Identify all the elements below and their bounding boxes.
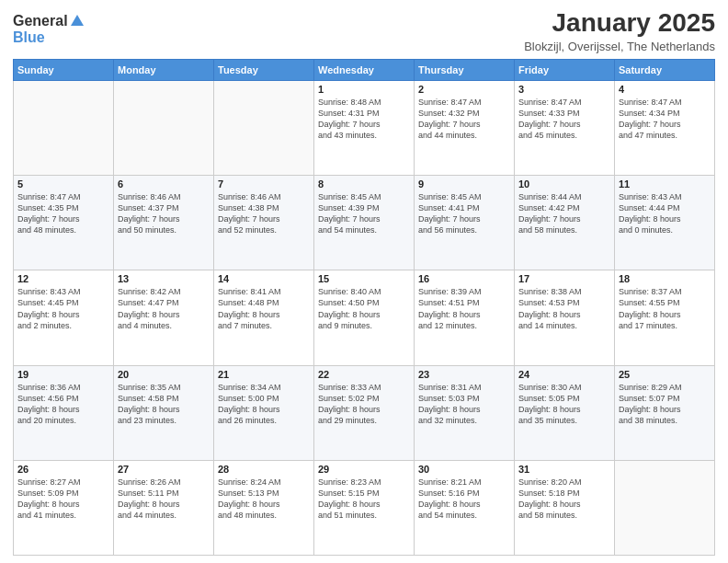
table-row: 14Sunrise: 8:41 AM Sunset: 4:48 PM Dayli… [214, 270, 314, 365]
day-info: Sunrise: 8:27 AM Sunset: 5:09 PM Dayligh… [17, 477, 109, 522]
table-row: 3Sunrise: 8:47 AM Sunset: 4:33 PM Daylig… [515, 80, 615, 175]
table-row [214, 80, 314, 175]
table-row: 15Sunrise: 8:40 AM Sunset: 4:50 PM Dayli… [314, 270, 415, 365]
title-block: January 2025 Blokzijl, Overijssel, The N… [524, 9, 715, 53]
day-info: Sunrise: 8:33 AM Sunset: 5:02 PM Dayligh… [318, 382, 410, 427]
subtitle: Blokzijl, Overijssel, The Netherlands [524, 40, 715, 53]
table-row: 30Sunrise: 8:21 AM Sunset: 5:16 PM Dayli… [415, 460, 515, 555]
logo-blue: Blue [13, 29, 45, 45]
day-info: Sunrise: 8:26 AM Sunset: 5:11 PM Dayligh… [118, 477, 210, 522]
page: General Blue January 2025 Blokzijl, Over… [0, 0, 728, 563]
logo-general: General [13, 14, 68, 29]
day-info: Sunrise: 8:31 AM Sunset: 5:03 PM Dayligh… [418, 382, 510, 427]
table-row: 16Sunrise: 8:39 AM Sunset: 4:51 PM Dayli… [415, 270, 515, 365]
table-row: 21Sunrise: 8:34 AM Sunset: 5:00 PM Dayli… [214, 365, 314, 460]
table-row: 26Sunrise: 8:27 AM Sunset: 5:09 PM Dayli… [14, 460, 114, 555]
svg-marker-0 [71, 15, 84, 26]
calendar-week-row: 1Sunrise: 8:48 AM Sunset: 4:31 PM Daylig… [14, 80, 715, 175]
calendar-header-row: Sunday Monday Tuesday Wednesday Thursday… [14, 59, 715, 80]
day-number: 28 [218, 464, 310, 475]
calendar-week-row: 26Sunrise: 8:27 AM Sunset: 5:09 PM Dayli… [14, 460, 715, 555]
day-number: 27 [118, 464, 210, 475]
table-row: 27Sunrise: 8:26 AM Sunset: 5:11 PM Dayli… [114, 460, 214, 555]
table-row [615, 460, 715, 555]
day-number: 14 [218, 273, 310, 284]
day-info: Sunrise: 8:46 AM Sunset: 4:37 PM Dayligh… [118, 191, 210, 236]
table-row: 4Sunrise: 8:47 AM Sunset: 4:34 PM Daylig… [615, 80, 715, 175]
day-number: 16 [418, 273, 510, 284]
table-row: 18Sunrise: 8:37 AM Sunset: 4:55 PM Dayli… [615, 270, 715, 365]
day-info: Sunrise: 8:48 AM Sunset: 4:31 PM Dayligh… [318, 97, 410, 142]
table-row: 28Sunrise: 8:24 AM Sunset: 5:13 PM Dayli… [214, 460, 314, 555]
day-info: Sunrise: 8:43 AM Sunset: 4:44 PM Dayligh… [619, 191, 711, 236]
table-row: 5Sunrise: 8:47 AM Sunset: 4:35 PM Daylig… [14, 176, 114, 270]
header-saturday: Saturday [615, 59, 715, 80]
day-info: Sunrise: 8:46 AM Sunset: 4:38 PM Dayligh… [218, 191, 310, 236]
table-row: 24Sunrise: 8:30 AM Sunset: 5:05 PM Dayli… [515, 365, 615, 460]
day-info: Sunrise: 8:41 AM Sunset: 4:48 PM Dayligh… [218, 286, 310, 331]
day-info: Sunrise: 8:34 AM Sunset: 5:00 PM Dayligh… [218, 382, 310, 427]
day-info: Sunrise: 8:47 AM Sunset: 4:35 PM Dayligh… [17, 191, 109, 236]
table-row: 22Sunrise: 8:33 AM Sunset: 5:02 PM Dayli… [314, 365, 415, 460]
day-info: Sunrise: 8:20 AM Sunset: 5:18 PM Dayligh… [518, 477, 610, 522]
table-row [114, 80, 214, 175]
day-number: 5 [17, 178, 109, 190]
table-row: 29Sunrise: 8:23 AM Sunset: 5:15 PM Dayli… [314, 460, 415, 555]
day-info: Sunrise: 8:45 AM Sunset: 4:41 PM Dayligh… [418, 191, 510, 236]
day-info: Sunrise: 8:42 AM Sunset: 4:47 PM Dayligh… [118, 286, 210, 331]
table-row: 20Sunrise: 8:35 AM Sunset: 4:58 PM Dayli… [114, 365, 214, 460]
table-row [14, 80, 114, 175]
day-info: Sunrise: 8:35 AM Sunset: 4:58 PM Dayligh… [118, 382, 210, 427]
day-number: 26 [17, 464, 109, 475]
table-row: 6Sunrise: 8:46 AM Sunset: 4:37 PM Daylig… [114, 176, 214, 270]
day-info: Sunrise: 8:30 AM Sunset: 5:05 PM Dayligh… [518, 382, 610, 427]
calendar-week-row: 12Sunrise: 8:43 AM Sunset: 4:45 PM Dayli… [14, 270, 715, 365]
header-friday: Friday [515, 59, 615, 80]
day-info: Sunrise: 8:40 AM Sunset: 4:50 PM Dayligh… [318, 286, 410, 331]
day-number: 13 [118, 273, 210, 284]
calendar-week-row: 5Sunrise: 8:47 AM Sunset: 4:35 PM Daylig… [14, 176, 715, 270]
logo: General Blue [13, 13, 85, 46]
table-row: 11Sunrise: 8:43 AM Sunset: 4:44 PM Dayli… [615, 176, 715, 270]
table-row: 1Sunrise: 8:48 AM Sunset: 4:31 PM Daylig… [314, 80, 415, 175]
day-number: 1 [318, 84, 410, 95]
table-row: 12Sunrise: 8:43 AM Sunset: 4:45 PM Dayli… [14, 270, 114, 365]
day-number: 30 [418, 464, 510, 475]
day-number: 2 [418, 84, 510, 95]
header-sunday: Sunday [14, 59, 114, 80]
day-number: 8 [318, 178, 410, 190]
day-number: 21 [218, 369, 310, 380]
day-number: 15 [318, 273, 410, 284]
day-info: Sunrise: 8:23 AM Sunset: 5:15 PM Dayligh… [318, 477, 410, 522]
calendar-week-row: 19Sunrise: 8:36 AM Sunset: 4:56 PM Dayli… [14, 365, 715, 460]
day-info: Sunrise: 8:39 AM Sunset: 4:51 PM Dayligh… [418, 286, 510, 331]
day-number: 31 [518, 464, 610, 475]
day-number: 6 [118, 178, 210, 190]
day-number: 3 [518, 84, 610, 95]
day-info: Sunrise: 8:43 AM Sunset: 4:45 PM Dayligh… [17, 286, 109, 331]
day-number: 24 [518, 369, 610, 380]
header-monday: Monday [114, 59, 214, 80]
day-number: 9 [418, 178, 510, 190]
header-thursday: Thursday [415, 59, 515, 80]
day-number: 17 [518, 273, 610, 284]
table-row: 10Sunrise: 8:44 AM Sunset: 4:42 PM Dayli… [515, 176, 615, 270]
day-info: Sunrise: 8:36 AM Sunset: 4:56 PM Dayligh… [17, 382, 109, 427]
table-row: 19Sunrise: 8:36 AM Sunset: 4:56 PM Dayli… [14, 365, 114, 460]
day-info: Sunrise: 8:47 AM Sunset: 4:34 PM Dayligh… [619, 97, 711, 142]
day-info: Sunrise: 8:24 AM Sunset: 5:13 PM Dayligh… [218, 477, 310, 522]
day-number: 19 [17, 369, 109, 380]
table-row: 2Sunrise: 8:47 AM Sunset: 4:32 PM Daylig… [415, 80, 515, 175]
main-title: January 2025 [524, 9, 715, 38]
table-row: 7Sunrise: 8:46 AM Sunset: 4:38 PM Daylig… [214, 176, 314, 270]
table-row: 9Sunrise: 8:45 AM Sunset: 4:41 PM Daylig… [415, 176, 515, 270]
day-info: Sunrise: 8:29 AM Sunset: 5:07 PM Dayligh… [619, 382, 711, 427]
day-info: Sunrise: 8:21 AM Sunset: 5:16 PM Dayligh… [418, 477, 510, 522]
day-number: 4 [619, 84, 711, 95]
day-number: 29 [318, 464, 410, 475]
day-number: 22 [318, 369, 410, 380]
day-number: 11 [619, 178, 711, 190]
day-number: 7 [218, 178, 310, 190]
header-wednesday: Wednesday [314, 59, 415, 80]
day-info: Sunrise: 8:47 AM Sunset: 4:33 PM Dayligh… [518, 97, 610, 142]
